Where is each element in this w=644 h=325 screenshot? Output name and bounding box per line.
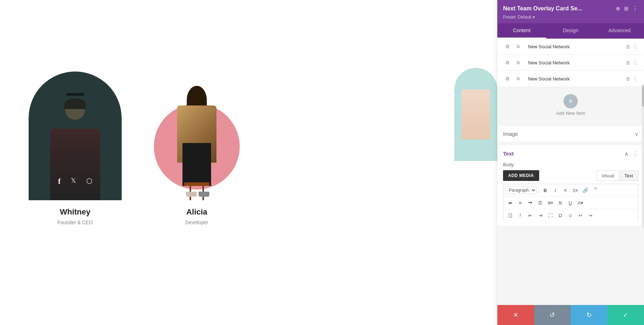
item-3-settings-icon[interactable]: ⚙ <box>503 74 512 83</box>
text-section-title: Text <box>503 151 514 157</box>
card2-image-container <box>150 72 243 200</box>
item-3-label: New Social Network <box>525 76 623 82</box>
text-tab[interactable]: Text <box>619 171 638 181</box>
ol-btn[interactable]: 1≡ <box>571 186 580 195</box>
align-justify-btn[interactable]: ☰ <box>536 198 545 207</box>
editor-view-tabs: Visual Text <box>596 171 638 181</box>
emoji-btn[interactable]: ☺ <box>566 211 575 220</box>
item-1-settings-icon[interactable]: ⚙ <box>503 42 512 51</box>
panel-body: ⚙ ⧉ New Social Network 🗑 ⋮ ⚙ ⧉ New S <box>497 39 644 305</box>
team-card-alicia: Alicia Developer <box>150 72 243 225</box>
social-item-1: ⚙ ⧉ New Social Network 🗑 ⋮ <box>497 39 644 55</box>
scrollbar-track <box>642 85 644 228</box>
indent-btn[interactable]: ⇥ <box>536 211 545 220</box>
cancel-button[interactable]: ✕ <box>497 305 534 325</box>
align-left-btn[interactable]: ⬅ <box>506 198 515 207</box>
italic-btn[interactable]: I <box>551 186 560 195</box>
italic2-btn[interactable]: I <box>516 211 525 220</box>
add-new-circle: + <box>564 94 578 108</box>
add-media-button[interactable]: ADD MEDIA <box>503 170 539 181</box>
table-btn[interactable]: ⊞▾ <box>546 198 555 207</box>
card2-stool-top <box>184 182 209 186</box>
section-divider-1 <box>497 123 644 126</box>
item-2-copy-icon[interactable]: ⧉ <box>514 58 522 67</box>
confirm-button[interactable]: ✓ <box>608 305 644 325</box>
tab-advanced[interactable]: Advanced <box>595 23 644 39</box>
item-2-delete-icon[interactable]: 🗑 <box>626 60 630 65</box>
social-items-list: ⚙ ⧉ New Social Network 🗑 ⋮ ⚙ ⧉ New S <box>497 39 644 87</box>
tab-content[interactable]: Content <box>497 23 546 39</box>
more-icon[interactable]: ⋮ <box>632 5 638 12</box>
panel-tabs: Content Design Advanced <box>497 23 644 39</box>
text-section-header: Text ∧ ⋮ <box>497 145 644 162</box>
section-divider-2 <box>497 142 644 145</box>
card2-shoe-l <box>186 192 197 197</box>
card2-shoe-r <box>199 192 209 197</box>
text-section-icons: ∧ ⋮ <box>625 150 638 157</box>
body-label: Body <box>497 162 644 170</box>
card3-bg <box>454 68 497 161</box>
team-card-whitney: f 𝕏 ⬡ Whitney Founder & CEO <box>29 72 122 225</box>
text-section-collapse-icon[interactable]: ∧ <box>625 151 628 157</box>
outdent-btn[interactable]: ⇤ <box>526 211 535 220</box>
ul-btn[interactable]: ≡ <box>561 186 570 195</box>
special-char-btn[interactable]: Ω <box>556 211 565 220</box>
fullscreen-btn[interactable]: ⛶ <box>546 211 555 220</box>
item-1-copy-icon[interactable]: ⧉ <box>514 42 522 51</box>
paste-text-btn[interactable]: 📋 <box>506 211 515 220</box>
add-new-item-btn[interactable]: + Add New Item <box>497 87 644 123</box>
visual-tab[interactable]: Visual <box>596 171 619 181</box>
bold-btn[interactable]: B <box>541 186 550 195</box>
image-section-title: Image <box>503 131 518 137</box>
item-3-more-icon[interactable]: ⋮ <box>633 75 638 82</box>
item-2-more-icon[interactable]: ⋮ <box>633 59 638 66</box>
grid-icon[interactable]: ⊞ <box>624 5 629 12</box>
panel-preset[interactable]: Preset: Default ▾ <box>503 15 638 20</box>
undo-button[interactable]: ↺ <box>534 305 571 325</box>
align-right-btn[interactable]: ⮕ <box>526 198 535 207</box>
facebook-icon[interactable]: f <box>58 177 60 186</box>
target-icon[interactable]: ⊕ <box>616 5 620 12</box>
card-image-container: f 𝕏 ⬡ <box>29 72 122 200</box>
text-section: Text ∧ ⋮ Body ADD MEDIA Visual Text <box>497 145 644 226</box>
item-3-delete-icon[interactable]: 🗑 <box>626 76 630 82</box>
chevron-down-icon: ∨ <box>635 131 638 137</box>
editor-area: ADD MEDIA Visual Text Paragraph <box>497 170 644 226</box>
item-3-copy-icon[interactable]: ⧉ <box>514 74 522 83</box>
panel-header: Next Team Overlay Card Se... ⊕ ⊞ ⋮ Prese… <box>497 0 644 23</box>
instagram-icon[interactable]: ⬡ <box>86 177 92 186</box>
item-1-icons-left: ⚙ ⧉ <box>503 42 522 51</box>
item-1-delete-icon[interactable]: 🗑 <box>626 44 630 49</box>
tab-design[interactable]: Design <box>546 23 595 39</box>
align-center-btn[interactable]: ≡ <box>516 198 525 207</box>
card2-pants <box>182 143 211 186</box>
image-section-header[interactable]: Image ∨ <box>497 126 644 142</box>
item-2-settings-icon[interactable]: ⚙ <box>503 58 512 67</box>
scrollbar-thumb[interactable] <box>642 85 644 107</box>
redo-editor-btn[interactable]: ↪ <box>586 211 595 220</box>
redo-button[interactable]: ↻ <box>571 305 608 325</box>
item-2-icons-left: ⚙ ⧉ <box>503 58 522 67</box>
item-1-icons-right: 🗑 ⋮ <box>626 43 638 50</box>
item-2-label: New Social Network <box>525 60 623 65</box>
strikethrough-btn[interactable]: S <box>556 198 565 207</box>
item-1-more-icon[interactable]: ⋮ <box>633 43 638 50</box>
twitter-icon[interactable]: 𝕏 <box>71 177 76 186</box>
item-2-icons-right: 🗑 ⋮ <box>626 59 638 66</box>
panel-title-row: Next Team Overlay Card Se... ⊕ ⊞ ⋮ <box>503 5 638 12</box>
text-color-btn[interactable]: A▾ <box>576 198 585 207</box>
image-section-arrows: ∨ <box>635 131 638 137</box>
card-social-icons: f 𝕏 ⬡ <box>29 177 122 186</box>
paragraph-select[interactable]: Paragraph <box>506 186 537 194</box>
card3-partial <box>454 68 497 161</box>
card-name-whitney: Whitney <box>60 207 91 217</box>
underline-btn[interactable]: U <box>566 198 575 207</box>
quote-btn[interactable]: " <box>591 186 600 195</box>
link-btn[interactable]: 🔗 <box>581 186 590 195</box>
card2-person <box>161 86 233 200</box>
toolbar-row-1: Paragraph B I ≡ 1≡ 🔗 " <box>503 184 638 197</box>
text-section-more-icon[interactable]: ⋮ <box>633 150 638 157</box>
toolbar-sep-1 <box>538 187 539 193</box>
undo-editor-btn[interactable]: ↩ <box>576 211 585 220</box>
item-1-label: New Social Network <box>525 44 623 49</box>
